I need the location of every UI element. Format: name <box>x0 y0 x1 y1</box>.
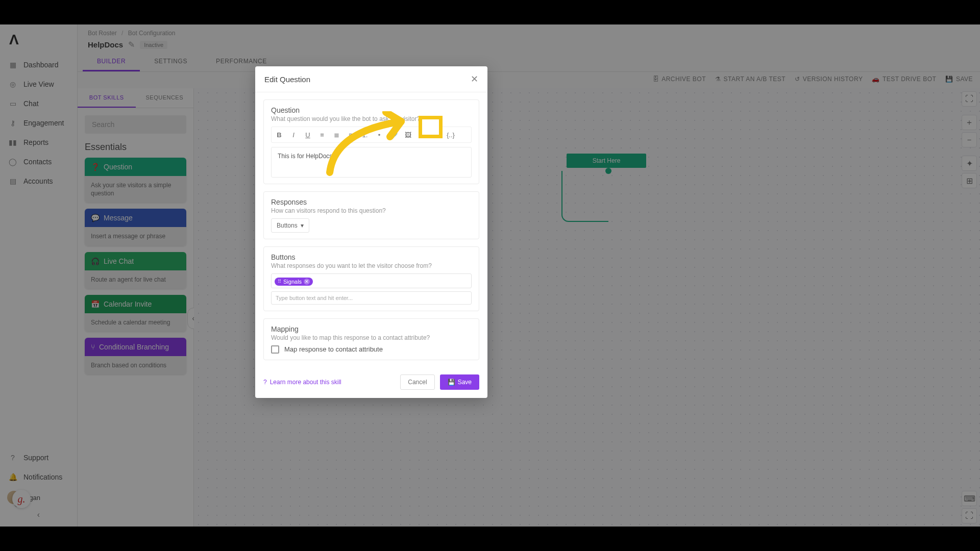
question-editor[interactable]: This is for HelpDocs <box>271 147 472 178</box>
emoji-icon[interactable]: ☺ <box>430 128 443 141</box>
question-label: Question <box>271 106 472 114</box>
image-icon[interactable]: 🖼 <box>401 128 414 141</box>
bold-icon[interactable]: B <box>273 128 286 141</box>
select-value: Buttons <box>277 222 298 229</box>
drag-icon[interactable]: ⠿ <box>278 279 281 284</box>
learn-label: Learn more about this skill <box>270 379 341 386</box>
buttons-label: Buttons <box>271 253 472 261</box>
button-text-input[interactable]: Type button text and hit enter... <box>271 291 472 305</box>
modal-backdrop[interactable] <box>0 24 980 527</box>
mapping-label: Mapping <box>271 325 472 333</box>
help-icon: ? <box>263 379 267 386</box>
buttons-card: Buttons What responses do you want to le… <box>263 246 479 311</box>
clear-format-icon[interactable]: Tx <box>415 128 429 141</box>
editor-toolbar: B I U ≡ ≣ ≡ 1. • 🔗 🖼 Tx ☺ {..} <box>271 127 472 143</box>
edit-question-modal: Edit Question ✕ Question What question w… <box>255 66 487 398</box>
chip-row: ⠿Signals✕ <box>271 273 472 288</box>
align-right-icon[interactable]: ≡ <box>344 128 357 141</box>
link-icon[interactable]: 🔗 <box>387 128 400 141</box>
italic-icon[interactable]: I <box>287 128 300 141</box>
question-card: Question What question would you like th… <box>263 99 479 184</box>
button-chip[interactable]: ⠿Signals✕ <box>275 278 313 286</box>
variable-icon[interactable]: {..} <box>444 128 457 141</box>
responses-label: Responses <box>271 198 472 206</box>
mapping-hint: Would you like to map this response to a… <box>271 334 472 341</box>
save-icon: 💾 <box>448 379 455 386</box>
buttons-hint: What responses do you want to let the vi… <box>271 262 472 269</box>
response-type-select[interactable]: Buttons▾ <box>271 218 309 233</box>
responses-hint: How can visitors respond to this questio… <box>271 207 472 214</box>
checkbox-label: Map response to contact attribute <box>284 345 383 353</box>
question-hint: What question would you like the bot to … <box>271 115 472 122</box>
align-center-icon[interactable]: ≣ <box>330 128 343 141</box>
remove-chip-icon[interactable]: ✕ <box>304 279 310 285</box>
save-label: Save <box>458 379 472 386</box>
cancel-button[interactable]: Cancel <box>400 374 434 390</box>
unordered-list-icon[interactable]: • <box>373 128 386 141</box>
chip-label: Signals <box>283 279 302 285</box>
underline-icon[interactable]: U <box>301 128 314 141</box>
learn-more-link[interactable]: ?Learn more about this skill <box>263 379 341 386</box>
chevron-down-icon: ▾ <box>301 222 304 229</box>
responses-card: Responses How can visitors respond to th… <box>263 191 479 239</box>
modal-title: Edit Question <box>264 75 310 84</box>
save-button[interactable]: 💾Save <box>440 374 479 390</box>
mapping-card: Mapping Would you like to map this respo… <box>263 318 479 360</box>
align-left-icon[interactable]: ≡ <box>315 128 329 141</box>
ordered-list-icon[interactable]: 1. <box>358 128 372 141</box>
map-response-checkbox[interactable] <box>271 345 279 354</box>
close-icon[interactable]: ✕ <box>471 73 478 85</box>
